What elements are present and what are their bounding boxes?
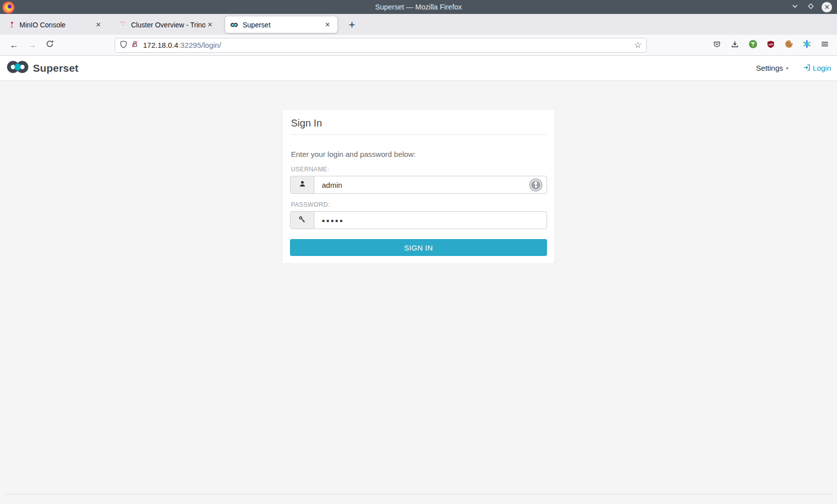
downloads-button[interactable] xyxy=(727,38,742,53)
username-addon xyxy=(290,176,314,193)
chevron-down-icon: ▾ xyxy=(786,66,789,71)
tracking-shield-icon[interactable] xyxy=(120,40,128,50)
url-bar[interactable]: 172.18.0.4:32295/login/ ☆ xyxy=(115,38,647,53)
password-addon xyxy=(290,212,314,229)
superset-navbar: Superset Settings ▾ Login xyxy=(0,56,837,81)
window-title: Superset — Mozilla Firefox xyxy=(0,3,837,11)
minimize-chevron-icon xyxy=(791,2,799,12)
tab-bar: MinIO Console ✕ Cluster Overview - Trino… xyxy=(0,14,837,35)
sparkle-asterisk-icon xyxy=(803,40,811,50)
username-input[interactable] xyxy=(314,176,547,193)
reload-button[interactable] xyxy=(41,37,59,53)
back-button[interactable]: ← xyxy=(5,37,23,53)
settings-menu[interactable]: Settings ▾ xyxy=(756,64,789,72)
brand-name: Superset xyxy=(33,62,78,74)
navigation-toolbar: ← → 172.18.0.4:32295/logi xyxy=(0,35,837,56)
superset-infinity-icon xyxy=(230,21,238,29)
hamburger-menu-icon xyxy=(821,40,829,50)
tab-minio-console[interactable]: MinIO Console ✕ xyxy=(2,16,108,33)
close-x-icon xyxy=(825,2,830,11)
new-tab-button[interactable]: + xyxy=(346,19,358,30)
sign-in-panel: Sign In Enter your login and password be… xyxy=(282,109,555,264)
superset-logo-icon xyxy=(6,60,29,76)
tab-trino-cluster-overview[interactable]: Cluster Overview - Trino ✕ xyxy=(114,16,220,33)
navbar-right: Settings ▾ Login xyxy=(756,64,831,73)
svg-text:uO: uO xyxy=(769,42,773,46)
tab-close-icon[interactable]: ✕ xyxy=(94,20,103,29)
trino-bunny-icon xyxy=(119,21,127,29)
extension-green-button[interactable] xyxy=(745,38,760,53)
green-sprout-extension-icon xyxy=(749,40,757,50)
password-input-group xyxy=(290,211,547,229)
download-icon xyxy=(731,40,739,50)
superset-brand[interactable]: Superset xyxy=(6,60,78,76)
password-manager-badge-icon[interactable] xyxy=(529,178,543,192)
window-controls xyxy=(790,2,837,12)
pocket-button[interactable] xyxy=(709,38,724,53)
settings-label: Settings xyxy=(756,64,783,72)
url-text[interactable]: 172.18.0.4:32295/login/ xyxy=(143,41,221,49)
tab-label: Cluster Overview - Trino xyxy=(131,21,205,29)
close-window-button[interactable] xyxy=(822,2,832,12)
username-label: USERNAME: xyxy=(291,166,546,173)
bookmark-star-icon[interactable]: ☆ xyxy=(634,40,642,50)
password-label: PASSWORD: xyxy=(291,201,546,208)
url-host: 172.18.0.4 xyxy=(143,41,178,49)
login-label: Login xyxy=(813,64,831,72)
tab-close-icon[interactable]: ✕ xyxy=(205,20,215,29)
footer-divider xyxy=(5,494,832,495)
toolbar-extensions: uO xyxy=(709,38,832,53)
pocket-icon xyxy=(713,40,721,50)
ublock-shield-icon: uO xyxy=(767,40,775,50)
insecure-lock-icon[interactable] xyxy=(131,40,139,50)
sign-in-title: Sign In xyxy=(290,116,547,135)
cookie-extension-button[interactable] xyxy=(781,38,796,53)
minio-flamingo-icon xyxy=(7,21,15,29)
user-icon xyxy=(299,180,306,189)
tab-label: Superset xyxy=(243,21,323,29)
tab-superset-active[interactable]: Superset ✕ xyxy=(225,16,337,33)
login-link[interactable]: Login xyxy=(803,64,831,73)
cookie-icon xyxy=(785,40,793,50)
app-menu-button[interactable] xyxy=(817,38,832,53)
sign-in-door-icon xyxy=(803,64,811,73)
username-input-group xyxy=(290,176,547,194)
minimize-button[interactable] xyxy=(790,2,800,12)
key-icon xyxy=(298,216,306,225)
sparkle-extension-button[interactable] xyxy=(799,38,814,53)
url-path: :32295/login/ xyxy=(178,41,221,49)
reload-icon xyxy=(46,40,54,50)
sign-in-button[interactable]: SIGN IN xyxy=(290,239,547,256)
maximize-button[interactable] xyxy=(806,2,816,12)
sign-in-instruction: Enter your login and password below: xyxy=(291,150,546,158)
tab-close-icon[interactable]: ✕ xyxy=(323,20,332,29)
password-input[interactable] xyxy=(314,212,547,229)
ublock-origin-button[interactable]: uO xyxy=(763,38,778,53)
page-content: Sign In Enter your login and password be… xyxy=(0,81,837,504)
forward-button: → xyxy=(23,37,41,53)
tab-label: MinIO Console xyxy=(19,21,94,29)
browser-window: Superset — Mozilla Firefox xyxy=(0,0,837,504)
titlebar: Superset — Mozilla Firefox xyxy=(0,0,837,14)
maximize-diamond-icon xyxy=(808,2,814,11)
